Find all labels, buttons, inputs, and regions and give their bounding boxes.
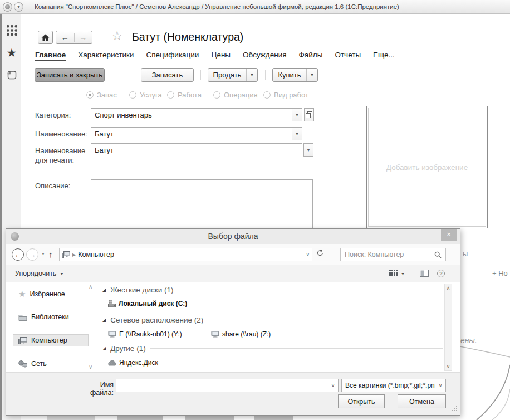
filename-dropdown-arrow[interactable]: ∨ [328, 383, 338, 388]
buy-dropdown-arrow[interactable]: ▼ [306, 69, 317, 81]
forward-button[interactable]: → [74, 33, 92, 42]
tab-specifications[interactable]: Спецификации [146, 51, 199, 61]
menu-grid-icon[interactable] [2, 25, 21, 36]
network-drive-icon [211, 331, 219, 338]
obscured-block [254, 416, 293, 420]
refresh-button[interactable] [316, 249, 324, 257]
obscured-block [117, 416, 163, 420]
print-name-dropdown-button[interactable]: ▼ [303, 143, 313, 157]
organize-label: Упорядочить [15, 270, 56, 277]
filename-input[interactable]: ∨ [116, 379, 339, 392]
buy-button[interactable]: Купить ▼ [272, 68, 318, 82]
item-net-drive-z[interactable]: share (\\rau) (Z:) [211, 330, 271, 338]
places-scroll-down[interactable]: ∨ [89, 364, 92, 370]
tab-main[interactable]: Главное [35, 51, 66, 61]
places-scroll-up[interactable]: ∧ [89, 284, 92, 290]
group-collapse-icon: ◢ [102, 346, 106, 351]
list-scrollbar[interactable]: ∧ ∨ [444, 284, 452, 371]
preview-pane-button[interactable] [420, 270, 429, 277]
nav-history-dropdown-icon[interactable]: ▼ [41, 252, 45, 256]
filter-value: Все картинки (*.bmp;*.gif;*.pn [342, 382, 435, 389]
resize-grip[interactable] [452, 406, 458, 413]
radio-work[interactable]: Работа [167, 91, 202, 99]
scroll-down-icon[interactable]: ∨ [447, 364, 450, 369]
nav-forward-button[interactable]: → [26, 248, 38, 261]
save-close-button[interactable]: Записать и закрыть [35, 68, 105, 82]
filename-label: Имя файла: [76, 381, 114, 397]
tab-characteristics[interactable]: Характеристики [78, 51, 134, 61]
tab-prices[interactable]: Цены [211, 51, 231, 61]
cancel-button[interactable]: Отмена [398, 394, 446, 408]
close-button[interactable]: × [441, 229, 457, 241]
address-bar[interactable]: ▶ Компьютер ∨ [59, 248, 312, 261]
nav-up-button[interactable]: ↑ [48, 250, 53, 259]
hard-drive-icon [108, 300, 116, 307]
item-local-disk[interactable]: Локальный диск (C:) [108, 300, 187, 307]
dialog-toolbar: Упорядочить ▼ ▼ ? [6, 265, 460, 282]
item-yandex-disk[interactable]: Яндекс.Диск [108, 359, 158, 367]
group-hard-disks[interactable]: ◢ Жесткие диски (1) [102, 286, 443, 294]
scroll-up-icon[interactable]: ∧ [447, 285, 450, 291]
image-placeholder-label: Добавить изображение [386, 163, 468, 172]
description-textarea[interactable] [91, 179, 313, 232]
back-button[interactable]: ← [56, 33, 74, 42]
place-libraries[interactable]: Библиотеки [18, 313, 69, 321]
place-network[interactable]: Сеть [18, 360, 47, 368]
name-field[interactable]: Батут ▼ [91, 127, 302, 140]
group-others[interactable]: ◢ Другие (1) [102, 344, 443, 353]
nav-back-button[interactable]: ← [12, 248, 24, 261]
image-placeholder[interactable]: Добавить изображение [366, 106, 488, 228]
filter-select[interactable]: Все картинки (*.bmp;*.gif;*.pn ∨ [341, 379, 446, 392]
radio-worktype[interactable]: Вид работ [263, 91, 308, 99]
filter-dropdown-arrow[interactable]: ∨ [435, 383, 445, 388]
save-button[interactable]: Записать [141, 68, 194, 82]
item-local-disk-label: Локальный диск (C:) [119, 300, 187, 307]
address-dropdown-arrow[interactable]: ∨ [306, 252, 310, 257]
category-open-button[interactable] [304, 108, 314, 121]
help-button[interactable]: ? [437, 270, 445, 277]
breadcrumb-root[interactable]: Компьютер [78, 251, 114, 258]
name-label: Наименование: [35, 130, 87, 138]
organize-button[interactable]: Упорядочить ▼ [15, 270, 63, 277]
tab-files[interactable]: Файлы [299, 51, 323, 61]
view-dropdown-arrow[interactable]: ▼ [401, 272, 405, 276]
radio-operation-label: Операция [224, 91, 258, 99]
tab-reports[interactable]: Отчеты [335, 51, 361, 61]
dialog-titlebar[interactable]: Выбор файла × [6, 229, 460, 244]
app-logo-icon[interactable] [3, 2, 12, 12]
sell-dropdown-arrow[interactable]: ▼ [246, 69, 257, 81]
print-name-field[interactable]: Батут [91, 143, 302, 169]
group-network-locations[interactable]: ◢ Сетевое расположение (2) [102, 316, 443, 324]
form-tabs: Главное Характеристики Спецификации Цены… [35, 51, 395, 61]
radio-service-circle [129, 91, 136, 99]
breadcrumb-arrow-icon: ▶ [72, 252, 76, 257]
app-title: Компания "Спорткомплекс Плюс" / Семенов … [35, 3, 399, 10]
favorite-toggle-icon[interactable]: ☆ [111, 30, 123, 42]
favorites-star-icon[interactable]: ★ [2, 46, 21, 60]
radio-stock[interactable]: Запас [86, 91, 117, 99]
history-icon[interactable] [2, 70, 21, 80]
file-dialog: Выбор файла × ← → ▼ ↑ ▶ Компьютер ∨ [6, 228, 460, 416]
radio-worktype-circle [263, 91, 271, 99]
search-input[interactable]: Поиск: Компьютер [340, 248, 446, 261]
folder-icon [18, 314, 27, 321]
place-favorites[interactable]: ★ Избранное [18, 290, 65, 298]
sell-button[interactable]: Продать ▼ [208, 68, 258, 82]
radio-operation[interactable]: Операция [213, 91, 258, 99]
radio-work-circle [167, 91, 174, 99]
open-button[interactable]: Открыть [338, 394, 385, 408]
item-net-drive-y[interactable]: E (\\Raukk-nb01) (Y:) [108, 330, 182, 338]
obscured-text-fragment: ы [463, 250, 468, 258]
category-field[interactable]: Спорт инвентарь ▼ [91, 108, 302, 121]
network-icon [18, 360, 27, 368]
radio-service[interactable]: Услуга [129, 91, 162, 99]
category-dropdown-arrow[interactable]: ▼ [292, 109, 302, 121]
name-dropdown-arrow[interactable]: ▼ [292, 128, 302, 140]
tab-discussions[interactable]: Обсуждения [243, 51, 286, 61]
view-grid-button[interactable] [389, 270, 398, 277]
place-computer[interactable]: Компьютер [18, 336, 67, 344]
window-menu-icon[interactable]: ▼ [14, 2, 23, 12]
tab-more[interactable]: Еще... [373, 51, 395, 61]
command-separator [265, 70, 266, 80]
home-button[interactable] [38, 31, 53, 44]
